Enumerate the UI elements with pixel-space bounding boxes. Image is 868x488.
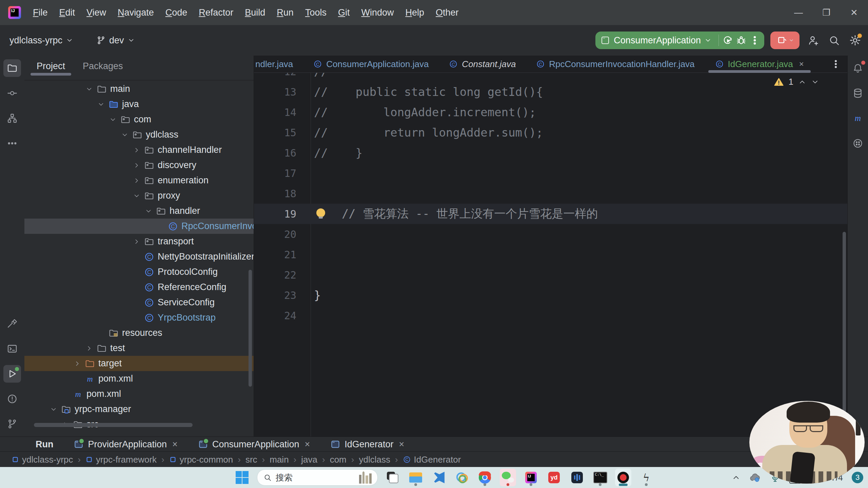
menu-view[interactable]: View	[82, 5, 111, 20]
chevron-right-icon[interactable]	[73, 359, 82, 368]
terminal-tool-button[interactable]	[3, 340, 21, 358]
tree-item-serviceconfig[interactable]: CServiceConfig	[24, 295, 254, 310]
editor-tab-idgenerator-java[interactable]: CIdGenerator.java×	[705, 56, 814, 73]
maven-tool-button[interactable]: m	[849, 109, 867, 127]
menu-edit[interactable]: Edit	[55, 5, 80, 20]
structure-tool-button[interactable]	[3, 109, 21, 127]
close-icon[interactable]: ×	[172, 439, 178, 450]
close-icon[interactable]: ×	[799, 59, 804, 69]
taskbar-file-explorer[interactable]	[408, 469, 424, 486]
tree-item-yrpcbootstrap[interactable]: CYrpcBootstrap	[24, 310, 254, 325]
code-line-22[interactable]: 22	[254, 265, 848, 285]
run-config-selector[interactable]: ConsumerApplication	[600, 35, 716, 46]
tab-list-kebab-icon[interactable]	[824, 56, 848, 73]
breadcrumb-idgenerator[interactable]: CIdGenerator	[403, 454, 461, 465]
taskbar-audio-tool[interactable]	[569, 469, 585, 486]
code-line-18[interactable]: 18	[254, 183, 848, 204]
menu-file[interactable]: File	[28, 5, 52, 20]
taskbar-youdao-dict[interactable]: yd	[546, 469, 562, 486]
breadcrumb-com[interactable]: com	[330, 454, 347, 465]
chevron-right-icon[interactable]	[132, 176, 141, 185]
notifications-tool-button[interactable]	[849, 59, 867, 77]
project-view-tab-project[interactable]: Project	[35, 56, 66, 77]
taskbar-chrome[interactable]	[477, 469, 493, 486]
tree-horizontal-scrollbar[interactable]	[34, 423, 193, 427]
menu-tools[interactable]: Tools	[301, 5, 331, 20]
chevron-down-icon[interactable]	[97, 100, 105, 109]
menu-help[interactable]: Help	[401, 5, 429, 20]
breadcrumb-yrpc-framework[interactable]: yrpc-framework	[85, 454, 157, 465]
breadcrumb-main[interactable]: main	[270, 454, 289, 465]
editor-tab-ndler-java[interactable]: ndler.java	[254, 56, 303, 73]
taskbar-windows-start[interactable]	[234, 469, 250, 486]
code-line-23[interactable]: 23}	[254, 285, 848, 305]
close-button[interactable]: ✕	[840, 0, 868, 25]
chevron-right-icon[interactable]	[132, 237, 141, 246]
code-line-21[interactable]: 21	[254, 244, 848, 265]
breadcrumb-src[interactable]: src	[245, 454, 257, 465]
project-view-tab-packages[interactable]: Packages	[81, 56, 124, 77]
menu-code[interactable]: Code	[161, 5, 192, 20]
taskbar-task-view[interactable]	[384, 469, 401, 486]
maximize-button[interactable]: ❐	[812, 0, 840, 25]
code-area[interactable]: 12//13// public static long getId(){14//…	[254, 73, 848, 436]
close-icon[interactable]: ×	[399, 439, 404, 450]
chevron-down-icon[interactable]	[120, 130, 129, 139]
code-line-15[interactable]: 15// return longAdder.sum();	[254, 122, 848, 143]
commit-tool-button[interactable]	[3, 84, 21, 102]
more-tool-windows-tool-button[interactable]	[3, 135, 21, 152]
close-icon[interactable]: ×	[305, 439, 310, 450]
tree-item-pom.xml[interactable]: mpom.xml	[24, 386, 254, 402]
menu-window[interactable]: Window	[357, 5, 398, 20]
chevron-right-icon[interactable]	[132, 146, 141, 155]
menu-other[interactable]: Other	[431, 5, 463, 20]
problems-tool-button[interactable]	[3, 390, 21, 408]
menu-git[interactable]: Git	[334, 5, 354, 20]
code-line-17[interactable]: 17	[254, 163, 848, 183]
taskbar-swan-app[interactable]: ϟ	[638, 469, 654, 486]
taskbar-circles-app[interactable]	[454, 469, 470, 486]
code-line-19[interactable]: 19 // 雪花算法 -- 世界上没有一个片雪花是一样的	[254, 204, 848, 224]
taskbar-vscode[interactable]	[431, 469, 447, 486]
editor-tab-rpcconsumerinvocationhandler-java[interactable]: CRpcConsumerInvocationHandler.java	[526, 56, 705, 73]
project-selector[interactable]: ydlclass-yrpc	[5, 33, 78, 48]
menu-refactor[interactable]: Refactor	[194, 5, 238, 20]
code-line-12[interactable]: 12//	[254, 73, 848, 82]
chevron-down-icon[interactable]	[108, 115, 117, 124]
menu-navigate[interactable]: Navigate	[113, 5, 158, 20]
dependencies-tool-button[interactable]	[849, 135, 867, 152]
code-line-13[interactable]: 13// public static long getId(){	[254, 82, 848, 102]
tree-vertical-scrollbar[interactable]	[249, 270, 252, 387]
run-panel-title[interactable]: Run	[36, 439, 53, 450]
tree-item-channelhandler[interactable]: channelHandler	[24, 142, 254, 158]
editor-scrollbar[interactable]	[843, 232, 846, 422]
project-tool-button[interactable]	[3, 59, 21, 77]
chevron-right-icon[interactable]	[85, 344, 94, 353]
tree-item-handler[interactable]: handler	[24, 203, 254, 219]
branch-selector[interactable]: dev	[92, 33, 140, 48]
menu-build[interactable]: Build	[240, 5, 270, 20]
breadcrumb-yrpc-common[interactable]: yrpc-common	[169, 454, 233, 465]
minimize-button[interactable]: —	[785, 0, 812, 25]
build-tool-button[interactable]	[3, 315, 21, 332]
search-everywhere-button[interactable]	[827, 33, 842, 48]
chevron-right-icon[interactable]	[132, 161, 141, 170]
stop-button[interactable]	[770, 32, 800, 49]
tree-item-ydlclass[interactable]: ydlclass	[24, 127, 254, 142]
run-tab-idgenerator[interactable]: IdGenerator×	[330, 439, 404, 450]
chevron-down-icon[interactable]	[85, 85, 94, 94]
onedrive-icon[interactable]	[749, 472, 761, 483]
tree-item-main[interactable]: main	[24, 81, 254, 97]
editor-tab-consumerapplication-java[interactable]: CConsumerApplication.java	[303, 56, 439, 73]
code-line-16[interactable]: 16// }	[254, 143, 848, 163]
code-line-20[interactable]: 20	[254, 224, 848, 244]
tray-chevron-up-icon[interactable]	[732, 473, 741, 482]
taskbar-screen-recorder[interactable]	[615, 469, 631, 486]
menu-run[interactable]: Run	[272, 5, 298, 20]
breadcrumb-ydlclass[interactable]: ydlclass	[359, 454, 390, 465]
tree-item-enumeration[interactable]: enumeration	[24, 173, 254, 188]
code-line-14[interactable]: 14// longAdder.increment();	[254, 102, 848, 122]
tree-item-nettybootstrapinitializer[interactable]: CNettyBootstrapInitializer	[24, 249, 254, 264]
tree-item-discovery[interactable]: discovery	[24, 158, 254, 173]
run-tool-button[interactable]	[3, 365, 21, 383]
